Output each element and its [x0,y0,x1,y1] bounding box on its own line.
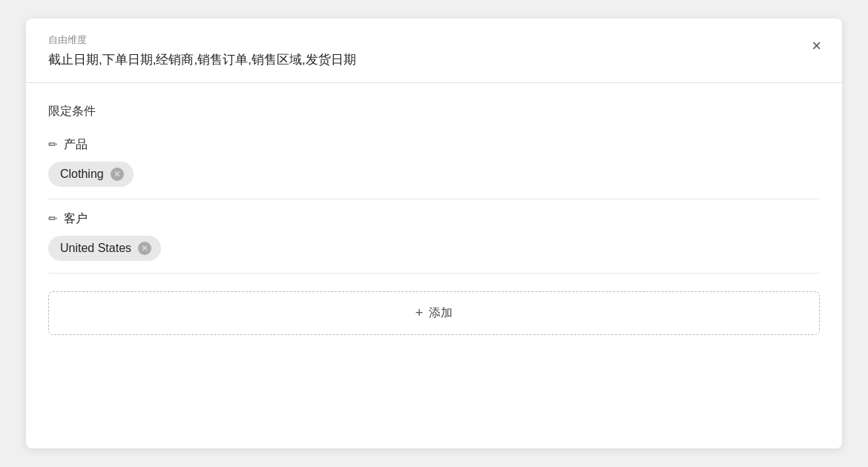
edit-icon-customer[interactable]: ✏ [48,212,58,225]
tag-united-states-text: United States [60,242,131,255]
add-condition-button[interactable]: + 添加 [48,291,820,335]
header-label: 自由维度 [48,33,820,47]
condition-tags-product: Clothing ✕ [48,162,820,187]
condition-label-customer: 客户 [64,211,88,227]
tag-clothing: Clothing ✕ [48,162,134,187]
tag-clothing-text: Clothing [60,168,104,181]
tag-united-states: United States ✕ [48,236,161,261]
condition-item-customer: ✏ 客户 United States ✕ [48,199,820,274]
remove-clothing-icon: ✕ [111,168,124,181]
panel-body: 限定条件 ✏ 产品 Clothing ✕ [26,83,842,356]
condition-label-product: 产品 [64,137,88,153]
panel-header: 自由维度 截止日期,下单日期,经销商,销售订单,销售区域,发货日期 × [26,19,842,83]
condition-tags-customer: United States ✕ [48,236,820,261]
condition-group: ✏ 产品 Clothing ✕ ✏ 客户 [48,137,820,274]
header-dimensions: 截止日期,下单日期,经销商,销售订单,销售区域,发货日期 [48,51,820,69]
remove-united-states-icon: ✕ [138,242,151,255]
edit-icon-product[interactable]: ✏ [48,138,58,151]
close-icon: × [812,36,821,55]
close-button[interactable]: × [809,35,824,57]
add-button-label: 添加 [429,305,453,321]
add-plus-icon: + [415,305,424,321]
remove-clothing-button[interactable]: ✕ [110,167,125,182]
section-title: 限定条件 [48,104,820,119]
remove-united-states-button[interactable]: ✕ [137,241,152,256]
condition-label-row-customer: ✏ 客户 [48,211,820,227]
condition-label-row-product: ✏ 产品 [48,137,820,153]
condition-item-product: ✏ 产品 Clothing ✕ [48,137,820,199]
main-panel: 自由维度 截止日期,下单日期,经销商,销售订单,销售区域,发货日期 × 限定条件… [26,19,842,448]
